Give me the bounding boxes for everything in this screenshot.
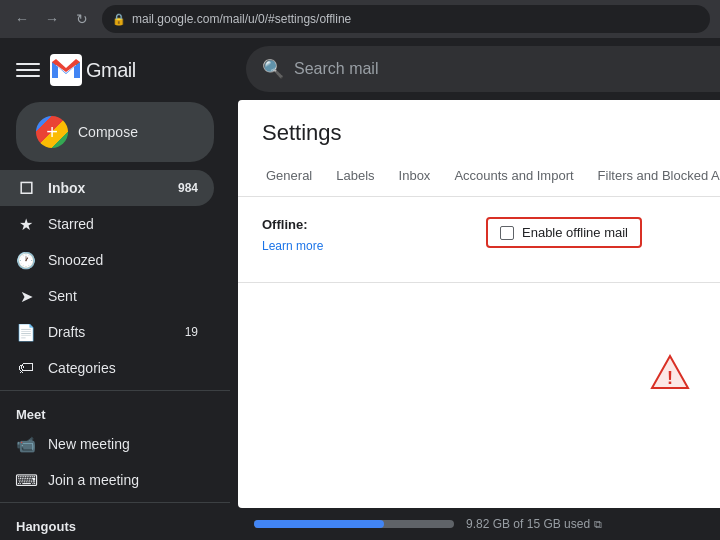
sidebar-item-sent[interactable]: ➤ Sent xyxy=(0,278,214,314)
settings-tabs: General Labels Inbox Accounts and Import… xyxy=(238,158,720,197)
starred-icon: ★ xyxy=(16,214,36,234)
offline-label: Offline: xyxy=(262,217,462,232)
url-text: mail.google.com/mail/u/0/#settings/offli… xyxy=(132,12,351,26)
refresh-button[interactable]: ↻ xyxy=(70,7,94,31)
sidebar-item-snoozed[interactable]: 🕐 Snoozed xyxy=(0,242,214,278)
categories-label: Categories xyxy=(48,360,198,376)
sent-icon: ➤ xyxy=(16,286,36,306)
inbox-icon: ☐ xyxy=(16,178,36,198)
snoozed-label: Snoozed xyxy=(48,252,198,268)
join-meeting-label: Join a meeting xyxy=(48,472,198,488)
storage-text: 9.82 GB of 15 GB used ⧉ xyxy=(466,517,602,531)
warning-area: ! xyxy=(238,338,720,406)
sidebar-divider-1 xyxy=(0,390,230,391)
inbox-count: 984 xyxy=(178,181,198,195)
action-bar: Save Changes Canc xyxy=(238,282,720,338)
nav-buttons: ← → ↻ xyxy=(10,7,94,31)
settings-content: Offline: Learn more Enable offline mail xyxy=(238,197,720,274)
tab-filters[interactable]: Filters and Blocked Addre xyxy=(586,158,720,197)
learn-more-link[interactable]: Learn more xyxy=(262,239,323,253)
drafts-count: 19 xyxy=(185,325,198,339)
drafts-label: Drafts xyxy=(48,324,173,340)
sidebar-item-starred[interactable]: ★ Starred xyxy=(0,206,214,242)
hangouts-section-title: Hangouts xyxy=(0,507,230,538)
back-button[interactable]: ← xyxy=(10,7,34,31)
sidebar-item-categories[interactable]: 🏷 Categories xyxy=(0,350,214,386)
join-meeting-icon: ⌨ xyxy=(16,470,36,490)
new-meeting-label: New meeting xyxy=(48,436,198,452)
sidebar: Gmail + Compose ☐ Inbox 984 ★ Starred 🕐 … xyxy=(0,38,230,540)
compose-button[interactable]: + Compose xyxy=(16,102,214,162)
lock-icon: 🔒 xyxy=(112,13,126,26)
tab-accounts-import[interactable]: Accounts and Import xyxy=(442,158,585,197)
sidebar-divider-2 xyxy=(0,502,230,503)
address-bar[interactable]: 🔒 mail.google.com/mail/u/0/#settings/off… xyxy=(102,5,710,33)
settings-panel: Settings General Labels Inbox Accounts a… xyxy=(238,100,720,508)
svg-text:!: ! xyxy=(667,368,673,388)
hamburger-icon[interactable] xyxy=(16,58,40,82)
meet-section-title: Meet xyxy=(0,395,230,426)
tab-general[interactable]: General xyxy=(254,158,324,197)
storage-bar-background xyxy=(254,520,454,528)
browser-chrome: ← → ↻ 🔒 mail.google.com/mail/u/0/#settin… xyxy=(0,0,720,38)
gmail-logo: Gmail xyxy=(50,54,136,86)
categories-icon: 🏷 xyxy=(16,358,36,378)
tab-inbox[interactable]: Inbox xyxy=(387,158,443,197)
compose-label: Compose xyxy=(78,124,138,140)
offline-label-col: Offline: Learn more xyxy=(262,217,462,254)
enable-offline-checkbox[interactable] xyxy=(500,226,514,240)
search-bar-wrapper: 🔍 Search mail xyxy=(230,38,720,100)
app-container: Gmail + Compose ☐ Inbox 984 ★ Starred 🕐 … xyxy=(0,38,720,540)
search-bar[interactable]: 🔍 Search mail xyxy=(246,46,720,92)
storage-used-text: 9.82 GB of 15 GB used xyxy=(466,517,590,531)
main-content: 🔍 Search mail Settings General Labels In… xyxy=(230,38,720,540)
snoozed-icon: 🕐 xyxy=(16,250,36,270)
sidebar-item-inbox[interactable]: ☐ Inbox 984 xyxy=(0,170,214,206)
sidebar-item-join-meeting[interactable]: ⌨ Join a meeting xyxy=(0,462,214,498)
gmail-m-icon xyxy=(50,54,82,86)
search-icon: 🔍 xyxy=(262,58,284,80)
settings-title: Settings xyxy=(238,100,720,158)
new-meeting-icon: 📹 xyxy=(16,434,36,454)
sidebar-item-new-meeting[interactable]: 📹 New meeting xyxy=(0,426,214,462)
offline-value-col: Enable offline mail xyxy=(486,217,720,254)
storage-bar-fill xyxy=(254,520,384,528)
enable-offline-label: Enable offline mail xyxy=(522,225,628,240)
forward-button[interactable]: → xyxy=(40,7,64,31)
sidebar-header: Gmail xyxy=(0,46,230,102)
compose-plus-icon: + xyxy=(36,116,68,148)
warning-triangle-icon: ! xyxy=(650,354,690,390)
external-link-icon: ⧉ xyxy=(594,518,602,531)
tab-labels[interactable]: Labels xyxy=(324,158,386,197)
offline-settings-row: Offline: Learn more Enable offline mail xyxy=(262,217,720,254)
app-name: Gmail xyxy=(86,59,136,82)
search-placeholder: Search mail xyxy=(294,60,378,78)
enable-offline-box: Enable offline mail xyxy=(486,217,642,248)
sent-label: Sent xyxy=(48,288,198,304)
inbox-label: Inbox xyxy=(48,180,166,196)
starred-label: Starred xyxy=(48,216,198,232)
sidebar-item-drafts[interactable]: 📄 Drafts 19 xyxy=(0,314,214,350)
drafts-icon: 📄 xyxy=(16,322,36,342)
